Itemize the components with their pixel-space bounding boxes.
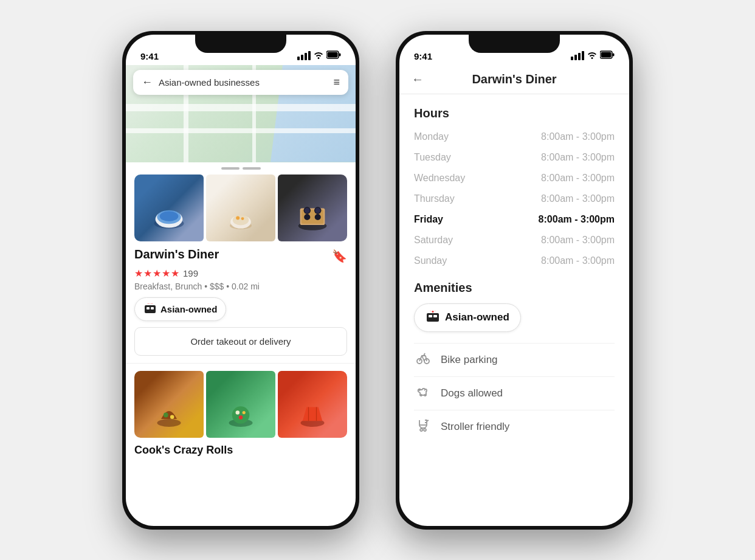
list-icon[interactable]: ≡ [333, 76, 340, 89]
day-saturday: Saturday [414, 235, 453, 246]
day-friday: Friday [414, 214, 443, 225]
food-images-2 [134, 371, 347, 438]
svg-rect-1 [328, 52, 338, 57]
svg-point-9 [233, 215, 249, 225]
time-right: 9:41 [414, 51, 432, 61]
notch [195, 35, 286, 53]
svg-point-29 [236, 410, 240, 415]
amenities-title: Amenities [414, 281, 615, 295]
svg-point-20 [315, 213, 321, 220]
time-friday: 8:00am - 3:00pm [539, 214, 615, 225]
asian-owned-icon-left [143, 302, 157, 317]
review-count-1: 199 [183, 268, 198, 278]
svg-point-17 [305, 207, 310, 213]
hours-row-thursday: Thursday 8:00am - 3:00pm [414, 188, 615, 209]
hours-row-wednesday: Wednesday 8:00am - 3:00pm [414, 168, 615, 188]
stroller-friendly-label: Stroller friendly [441, 421, 509, 433]
svg-point-10 [236, 216, 240, 220]
time-saturday: 8:00am - 3:00pm [541, 235, 615, 246]
amenity-dogs-allowed: Dogs allowed [414, 376, 615, 410]
restaurant-1-meta: Breakfast, Brunch • $$$ • 0.02 mi [134, 282, 347, 291]
asian-owned-badge-right: Asian-owned [414, 303, 521, 332]
hours-section: Hours Monday 8:00am - 3:00pm Tuesday 8:0… [399, 97, 629, 271]
svg-point-6 [160, 211, 179, 221]
restaurant-card-1[interactable]: Darwin's Diner 🔖 ★ ★ ★ ★ ★ 199 Breakfast… [126, 175, 356, 363]
map-area: Bay Pier 33 ← Asian-owned businesses ≡ [126, 65, 356, 162]
day-tuesday: Tuesday [414, 152, 451, 163]
bookmark-icon-1[interactable]: 🔖 [332, 249, 347, 263]
svg-rect-21 [145, 305, 156, 313]
svg-point-31 [239, 415, 243, 420]
bike-parking-icon [414, 351, 432, 369]
svg-point-46 [424, 429, 426, 431]
svg-rect-40 [433, 315, 437, 317]
restaurant-card-2[interactable]: Cook's Crazy Rolls [126, 363, 356, 457]
svg-point-44 [419, 389, 420, 390]
hours-row-monday: Monday 8:00am - 3:00pm [414, 126, 615, 147]
time-left: 9:41 [140, 51, 159, 61]
svg-point-28 [232, 406, 250, 424]
svg-rect-37 [613, 53, 615, 56]
svg-point-18 [315, 207, 320, 213]
food-images-1 [134, 175, 347, 241]
search-text: Asian-owned businesses [159, 77, 260, 88]
hours-title: Hours [399, 97, 629, 126]
signal-icon-right [571, 51, 584, 60]
svg-point-24 [157, 419, 181, 427]
svg-rect-2 [339, 53, 341, 56]
svg-point-41 [432, 311, 434, 313]
amenity-stroller-friendly: Stroller friendly [414, 410, 615, 443]
scroll-indicator [126, 162, 356, 175]
right-phone: 9:41 [396, 31, 633, 530]
wifi-icon-right [587, 50, 597, 61]
status-icons-right [571, 50, 615, 61]
svg-rect-23 [151, 307, 154, 309]
asian-owned-label-left: Asian-owned [160, 304, 217, 314]
left-phone-content: Bay Pier 33 ← Asian-owned businesses ≡ [126, 65, 356, 526]
left-phone: 9:41 [122, 31, 359, 530]
dogs-allowed-icon [414, 384, 432, 403]
battery-icon-right [600, 50, 615, 61]
svg-point-26 [170, 415, 174, 419]
hours-row-tuesday: Tuesday 8:00am - 3:00pm [414, 147, 615, 168]
hours-table: Monday 8:00am - 3:00pm Tuesday 8:00am - … [399, 126, 629, 271]
asian-owned-icon-right [426, 309, 440, 327]
stroller-friendly-icon [414, 418, 432, 436]
battery-icon [326, 50, 341, 61]
hours-row-sunday: Sunday 8:00am - 3:00pm [414, 251, 615, 271]
search-bar[interactable]: ← Asian-owned businesses ≡ [133, 70, 348, 95]
time-sunday: 8:00am - 3:00pm [541, 255, 615, 266]
status-icons-left [297, 50, 341, 61]
svg-point-25 [164, 412, 168, 417]
order-button[interactable]: Order takeout or delivery [134, 327, 347, 356]
day-thursday: Thursday [414, 193, 455, 204]
time-monday: 8:00am - 3:00pm [541, 131, 615, 142]
detail-title: Darwin's Diner [472, 72, 556, 86]
restaurant-2-name: Cook's Crazy Rolls [134, 444, 233, 456]
signal-icon [297, 51, 311, 60]
svg-point-45 [420, 429, 422, 431]
restaurant-1-name: Darwin's Diner [134, 247, 219, 261]
notch-right [469, 35, 560, 53]
svg-rect-39 [429, 315, 432, 317]
time-thursday: 8:00am - 3:00pm [541, 193, 615, 204]
amenity-bike-parking: Bike parking [414, 343, 615, 376]
detail-header: ← Darwin's Diner [399, 65, 629, 94]
day-monday: Monday [414, 131, 449, 142]
svg-rect-36 [601, 52, 612, 57]
asian-owned-label-right: Asian-owned [445, 311, 509, 323]
asian-owned-badge-left: Asian-owned [134, 297, 226, 321]
bike-parking-label: Bike parking [441, 354, 498, 366]
detail-back-button[interactable]: ← [412, 72, 424, 86]
back-arrow-left[interactable]: ← [142, 76, 153, 89]
svg-point-11 [241, 217, 244, 220]
wifi-icon [314, 50, 323, 61]
svg-point-19 [304, 213, 310, 220]
amenities-section: Amenities Asian-owned [399, 271, 629, 443]
stars-1: ★ ★ ★ ★ ★ [134, 268, 179, 279]
day-wednesday: Wednesday [414, 173, 465, 184]
svg-rect-22 [147, 307, 150, 309]
time-tuesday: 8:00am - 3:00pm [541, 152, 615, 163]
hours-row-saturday: Saturday 8:00am - 3:00pm [414, 230, 615, 251]
time-wednesday: 8:00am - 3:00pm [541, 173, 615, 184]
